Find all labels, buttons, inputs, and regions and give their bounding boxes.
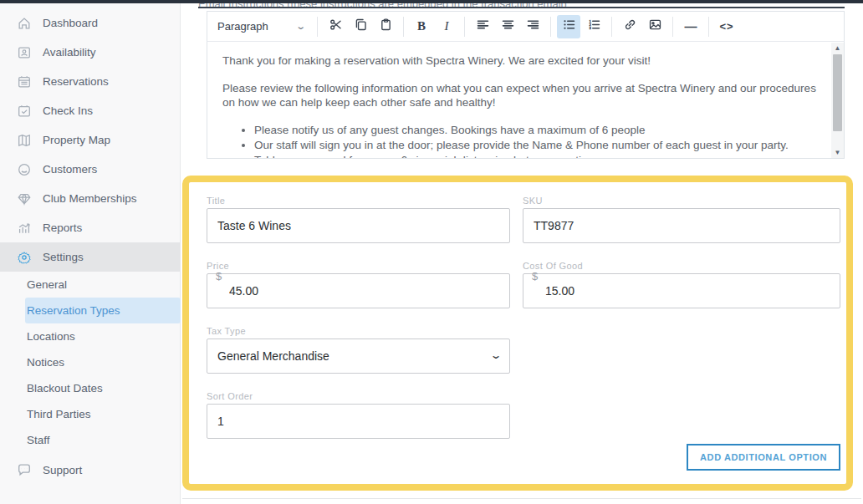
toolbar-separator bbox=[708, 17, 709, 37]
sidebar-subitem-label: Third Parties bbox=[27, 408, 91, 420]
sidebar-item-settings[interactable]: Settings bbox=[0, 242, 180, 272]
sidebar-subitem-notices[interactable]: Notices bbox=[0, 349, 180, 375]
email-instructions-editor[interactable]: Thank you for making a reservation with … bbox=[207, 42, 845, 159]
dollar-prefix: $ bbox=[216, 270, 222, 283]
title-input[interactable] bbox=[207, 208, 510, 243]
paste-button[interactable] bbox=[374, 15, 397, 38]
code-view-button[interactable]: <> bbox=[715, 15, 738, 38]
code-icon: <> bbox=[719, 20, 733, 33]
section-divider bbox=[182, 498, 861, 499]
align-left-button[interactable] bbox=[471, 15, 494, 38]
block-format-select[interactable]: Paragraph ⌄ bbox=[212, 15, 311, 38]
title-field-group: Title bbox=[207, 196, 510, 243]
sidebar-item-availability[interactable]: Availability bbox=[0, 38, 180, 67]
align-right-button[interactable] bbox=[521, 15, 544, 38]
chevron-down-icon: ⌄ bbox=[295, 21, 306, 32]
ordered-list-button[interactable]: 123 bbox=[582, 15, 605, 38]
sidebar-subitem-staff[interactable]: Staff bbox=[0, 427, 180, 453]
sidebar-item-dashboard[interactable]: Dashboard bbox=[0, 8, 180, 38]
editor-bullet-list: Please notify us of any guest changes. B… bbox=[254, 123, 822, 159]
editor-toolbar: Paragraph ⌄ B I bbox=[207, 11, 845, 42]
sidebar-item-property-map[interactable]: Property Map bbox=[0, 125, 180, 155]
align-left-icon bbox=[476, 18, 490, 35]
cost-of-good-field-group: Cost Of Good $ bbox=[523, 261, 840, 308]
cost-of-good-input[interactable] bbox=[523, 273, 840, 308]
align-right-icon bbox=[526, 18, 540, 35]
italic-icon: I bbox=[445, 19, 449, 33]
email-instructions-underline bbox=[198, 7, 845, 8]
scissors-icon bbox=[329, 18, 343, 35]
map-icon bbox=[17, 133, 32, 148]
id-card-icon bbox=[17, 45, 32, 60]
horizontal-rule-icon: — bbox=[685, 19, 697, 33]
scroll-down-arrow-icon[interactable]: ▼ bbox=[831, 147, 844, 158]
editor-paragraph: Please review the following information … bbox=[222, 81, 822, 109]
calendar-check-icon bbox=[17, 104, 32, 119]
sort-order-input[interactable] bbox=[207, 404, 510, 439]
sku-input[interactable] bbox=[523, 208, 840, 243]
bar-chart-icon bbox=[17, 221, 32, 236]
sidebar-subitem-blackout-dates[interactable]: Blackout Dates bbox=[0, 375, 180, 401]
editor-bullet: Tables are spaced for proper 6 six socia… bbox=[254, 153, 822, 159]
cut-button[interactable] bbox=[324, 15, 347, 38]
toolbar-separator bbox=[317, 17, 318, 37]
sort-order-label: Sort Order bbox=[207, 391, 510, 401]
numbered-list-icon: 123 bbox=[587, 18, 601, 35]
copy-button[interactable] bbox=[349, 15, 372, 38]
sidebar-item-label: Reports bbox=[43, 221, 82, 234]
sidebar-item-reservations[interactable]: Reservations bbox=[0, 67, 180, 96]
price-field-group: Price $ bbox=[207, 261, 510, 308]
sidebar-subitem-general[interactable]: General bbox=[0, 272, 180, 298]
editor-bullet: Our staff will sign you in at the door; … bbox=[254, 138, 822, 152]
unordered-list-button[interactable] bbox=[557, 15, 580, 38]
sidebar-item-reports[interactable]: Reports bbox=[0, 213, 180, 242]
sidebar-item-label: Support bbox=[43, 464, 82, 476]
svg-text:3: 3 bbox=[589, 26, 591, 30]
toolbar-separator bbox=[550, 17, 551, 37]
link-icon bbox=[623, 18, 637, 35]
sidebar-subitem-label: Locations bbox=[27, 330, 75, 343]
scrollbar-thumb[interactable] bbox=[833, 54, 842, 131]
editor-scrollbar[interactable]: ▲ ▼ bbox=[831, 43, 844, 158]
sidebar-item-check-ins[interactable]: Check Ins bbox=[0, 96, 180, 125]
sidebar-item-label: Club Memberships bbox=[43, 192, 137, 205]
tax-type-field-group: Tax Type General Merchandise ⌄ bbox=[207, 326, 510, 374]
home-icon bbox=[17, 16, 32, 31]
sku-field-group: SKU bbox=[523, 196, 840, 243]
toolbar-separator bbox=[403, 17, 404, 37]
insert-link-button[interactable] bbox=[618, 15, 641, 38]
sidebar-subitem-label: Notices bbox=[27, 356, 64, 369]
sidebar-subitem-locations[interactable]: Locations bbox=[0, 323, 180, 349]
insert-image-button[interactable] bbox=[643, 15, 666, 38]
align-center-button[interactable] bbox=[496, 15, 519, 38]
dollar-prefix: $ bbox=[532, 270, 538, 283]
bold-button[interactable]: B bbox=[410, 15, 433, 38]
scroll-up-arrow-icon[interactable]: ▲ bbox=[831, 43, 844, 53]
sidebar-item-label: Customers bbox=[43, 163, 97, 176]
sidebar-item-label: Availability bbox=[43, 46, 96, 59]
sidebar-subitem-third-parties[interactable]: Third Parties bbox=[0, 401, 180, 427]
sidebar-subitem-label: General bbox=[27, 278, 67, 291]
sidebar-item-label: Settings bbox=[43, 251, 84, 263]
sidebar-subitem-reservation-types[interactable]: Reservation Types bbox=[25, 298, 181, 323]
price-label: Price bbox=[207, 261, 510, 271]
price-input[interactable] bbox=[207, 273, 510, 308]
italic-button[interactable]: I bbox=[435, 15, 458, 38]
editor-bullet: Please notify us of any guest changes. B… bbox=[254, 123, 822, 137]
add-additional-option-button[interactable]: ADD ADDITIONAL OPTION bbox=[687, 444, 840, 471]
horizontal-rule-button[interactable]: — bbox=[679, 15, 702, 38]
block-format-value: Paragraph bbox=[217, 20, 268, 33]
clipboard-icon bbox=[379, 18, 393, 35]
option-form-highlight: Title SKU Price $ Cost Of Good $ Tax Typ… bbox=[182, 176, 853, 491]
sidebar-item-club-memberships[interactable]: Club Memberships bbox=[0, 184, 180, 213]
sort-order-field-group: Sort Order bbox=[207, 391, 510, 439]
align-center-icon bbox=[501, 18, 515, 35]
sidebar-item-label: Dashboard bbox=[43, 17, 98, 29]
sidebar-item-customers[interactable]: Customers bbox=[0, 155, 180, 184]
toolbar-separator bbox=[464, 17, 465, 37]
sidebar-item-label: Check Ins bbox=[43, 104, 93, 117]
sidebar-item-support[interactable]: Support bbox=[0, 455, 180, 485]
tax-type-select[interactable]: General Merchandise bbox=[207, 339, 510, 374]
gem-icon bbox=[17, 191, 32, 206]
sidebar-subitem-label: Blackout Dates bbox=[27, 382, 103, 395]
